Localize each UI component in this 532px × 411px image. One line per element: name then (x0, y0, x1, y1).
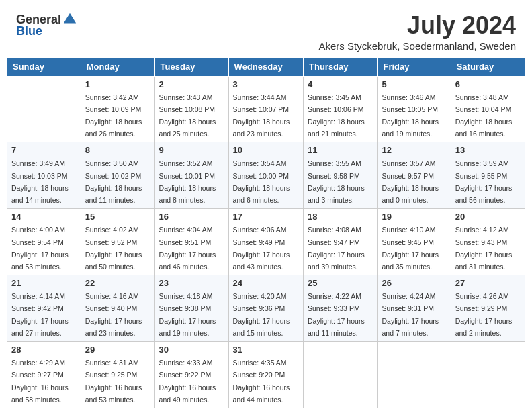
cell-4-5 (378, 342, 451, 408)
cell-0-6: 6 Sunrise: 3:48 AMSunset: 10:04 PMDaylig… (451, 76, 525, 142)
cell-4-6 (451, 342, 525, 408)
cell-2-5: 19 Sunrise: 4:10 AMSunset: 9:45 PMDaylig… (378, 209, 451, 275)
cell-4-1: 29 Sunrise: 4:31 AMSunset: 9:25 PMDaylig… (81, 342, 154, 408)
day-info: Sunrise: 4:33 AMSunset: 9:22 PMDaylight:… (159, 359, 216, 404)
cell-1-3: 10 Sunrise: 3:54 AMSunset: 10:00 PMDayli… (228, 142, 303, 209)
day-info: Sunrise: 3:49 AMSunset: 10:03 PMDaylight… (11, 159, 69, 204)
day-number: 9 (159, 145, 224, 155)
day-number: 16 (159, 212, 224, 222)
day-info: Sunrise: 3:42 AMSunset: 10:09 PMDaylight… (85, 93, 142, 138)
cell-3-2: 23 Sunrise: 4:18 AMSunset: 9:38 PMDaylig… (154, 275, 228, 342)
day-number: 21 (11, 278, 77, 288)
svg-marker-0 (64, 13, 76, 24)
cell-1-4: 11 Sunrise: 3:55 AMSunset: 9:58 PMDaylig… (304, 142, 378, 209)
day-number: 28 (11, 345, 77, 355)
month-title: July 2024 (319, 12, 517, 39)
day-number: 17 (233, 212, 299, 222)
day-info: Sunrise: 4:35 AMSunset: 9:20 PMDaylight:… (233, 359, 290, 404)
day-info: Sunrise: 4:02 AMSunset: 9:52 PMDaylight:… (85, 226, 142, 271)
cell-0-5: 5 Sunrise: 3:46 AMSunset: 10:05 PMDaylig… (378, 76, 451, 142)
day-number: 23 (159, 278, 224, 288)
day-info: Sunrise: 4:04 AMSunset: 9:51 PMDaylight:… (159, 226, 216, 271)
day-number: 18 (308, 212, 373, 222)
day-number: 20 (455, 212, 521, 222)
day-info: Sunrise: 4:18 AMSunset: 9:38 PMDaylight:… (159, 292, 216, 337)
day-info: Sunrise: 3:45 AMSunset: 10:06 PMDaylight… (308, 93, 365, 138)
location-title: Akers Styckebruk, Soedermanland, Sweden (319, 40, 517, 52)
day-info: Sunrise: 3:48 AMSunset: 10:04 PMDaylight… (455, 93, 513, 138)
logo-blue: Blue (16, 24, 42, 38)
logo-icon (62, 12, 77, 27)
day-number: 31 (233, 345, 299, 355)
day-info: Sunrise: 3:54 AMSunset: 10:00 PMDaylight… (233, 159, 290, 204)
day-number: 1 (85, 79, 150, 89)
day-number: 25 (308, 278, 373, 288)
day-info: Sunrise: 3:59 AMSunset: 9:55 PMDaylight:… (455, 159, 513, 204)
day-info: Sunrise: 3:50 AMSunset: 10:02 PMDaylight… (85, 159, 142, 204)
cell-4-2: 30 Sunrise: 4:33 AMSunset: 9:22 PMDaylig… (154, 342, 228, 408)
day-info: Sunrise: 3:55 AMSunset: 9:58 PMDaylight:… (308, 159, 365, 204)
cell-1-1: 8 Sunrise: 3:50 AMSunset: 10:02 PMDaylig… (81, 142, 154, 209)
day-info: Sunrise: 4:06 AMSunset: 9:49 PMDaylight:… (233, 226, 290, 271)
day-info: Sunrise: 3:44 AMSunset: 10:07 PMDaylight… (233, 93, 290, 138)
cell-1-0: 7 Sunrise: 3:49 AMSunset: 10:03 PMDaylig… (7, 142, 81, 209)
page-header: General Blue July 2024 Akers Styckebruk,… (0, 0, 532, 57)
cell-3-6: 27 Sunrise: 4:26 AMSunset: 9:29 PMDaylig… (451, 275, 525, 342)
day-number: 8 (85, 145, 150, 155)
cell-0-1: 1 Sunrise: 3:42 AMSunset: 10:09 PMDaylig… (81, 76, 154, 142)
day-number: 4 (308, 79, 373, 89)
day-info: Sunrise: 3:43 AMSunset: 10:08 PMDaylight… (159, 93, 216, 138)
day-number: 7 (11, 145, 77, 155)
day-info: Sunrise: 4:24 AMSunset: 9:31 PMDaylight:… (382, 292, 439, 337)
cell-0-4: 4 Sunrise: 3:45 AMSunset: 10:06 PMDaylig… (304, 76, 378, 142)
cell-0-3: 3 Sunrise: 3:44 AMSunset: 10:07 PMDaylig… (228, 76, 303, 142)
day-number: 12 (382, 145, 446, 155)
day-info: Sunrise: 3:46 AMSunset: 10:05 PMDaylight… (382, 93, 439, 138)
day-info: Sunrise: 4:12 AMSunset: 9:43 PMDaylight:… (455, 226, 513, 271)
day-info: Sunrise: 4:08 AMSunset: 9:47 PMDaylight:… (308, 226, 365, 271)
cell-2-6: 20 Sunrise: 4:12 AMSunset: 9:43 PMDaylig… (451, 209, 525, 275)
header-tuesday: Tuesday (154, 57, 228, 76)
week-row-3: 14 Sunrise: 4:00 AMSunset: 9:54 PMDaylig… (7, 209, 525, 275)
day-number: 27 (455, 278, 521, 288)
cell-2-1: 15 Sunrise: 4:02 AMSunset: 9:52 PMDaylig… (81, 209, 154, 275)
day-info: Sunrise: 3:57 AMSunset: 9:57 PMDaylight:… (382, 159, 439, 204)
week-row-4: 21 Sunrise: 4:14 AMSunset: 9:42 PMDaylig… (7, 275, 525, 342)
cell-3-1: 22 Sunrise: 4:16 AMSunset: 9:40 PMDaylig… (81, 275, 154, 342)
week-row-1: 1 Sunrise: 3:42 AMSunset: 10:09 PMDaylig… (7, 76, 525, 142)
day-number: 15 (85, 212, 150, 222)
header-thursday: Thursday (304, 57, 378, 76)
day-number: 6 (455, 79, 521, 89)
day-number: 10 (233, 145, 299, 155)
logo: General Blue (16, 12, 77, 38)
day-number: 14 (11, 212, 77, 222)
title-section: July 2024 Akers Styckebruk, Soedermanlan… (319, 12, 517, 52)
cell-3-5: 26 Sunrise: 4:24 AMSunset: 9:31 PMDaylig… (378, 275, 451, 342)
cell-3-4: 25 Sunrise: 4:22 AMSunset: 9:33 PMDaylig… (304, 275, 378, 342)
cell-3-0: 21 Sunrise: 4:14 AMSunset: 9:42 PMDaylig… (7, 275, 81, 342)
cell-2-3: 17 Sunrise: 4:06 AMSunset: 9:49 PMDaylig… (228, 209, 303, 275)
day-info: Sunrise: 4:00 AMSunset: 9:54 PMDaylight:… (11, 226, 69, 271)
day-number: 22 (85, 278, 150, 288)
cell-1-6: 13 Sunrise: 3:59 AMSunset: 9:55 PMDaylig… (451, 142, 525, 209)
cell-2-2: 16 Sunrise: 4:04 AMSunset: 9:51 PMDaylig… (154, 209, 228, 275)
calendar-wrapper: Sunday Monday Tuesday Wednesday Thursday… (0, 57, 532, 411)
day-info: Sunrise: 4:14 AMSunset: 9:42 PMDaylight:… (11, 292, 69, 337)
calendar-table: Sunday Monday Tuesday Wednesday Thursday… (7, 57, 525, 408)
header-friday: Friday (378, 57, 451, 76)
day-number: 13 (455, 145, 521, 155)
week-row-5: 28 Sunrise: 4:29 AMSunset: 9:27 PMDaylig… (7, 342, 525, 408)
day-number: 11 (308, 145, 373, 155)
day-number: 29 (85, 345, 150, 355)
day-info: Sunrise: 4:16 AMSunset: 9:40 PMDaylight:… (85, 292, 142, 337)
header-sunday: Sunday (7, 57, 81, 76)
cell-4-0: 28 Sunrise: 4:29 AMSunset: 9:27 PMDaylig… (7, 342, 81, 408)
cell-4-3: 31 Sunrise: 4:35 AMSunset: 9:20 PMDaylig… (228, 342, 303, 408)
day-info: Sunrise: 4:20 AMSunset: 9:36 PMDaylight:… (233, 292, 290, 337)
day-info: Sunrise: 4:31 AMSunset: 9:25 PMDaylight:… (85, 359, 142, 404)
day-info: Sunrise: 4:26 AMSunset: 9:29 PMDaylight:… (455, 292, 513, 337)
header-saturday: Saturday (451, 57, 525, 76)
day-info: Sunrise: 4:22 AMSunset: 9:33 PMDaylight:… (308, 292, 365, 337)
day-info: Sunrise: 3:52 AMSunset: 10:01 PMDaylight… (159, 159, 216, 204)
day-number: 5 (382, 79, 446, 89)
